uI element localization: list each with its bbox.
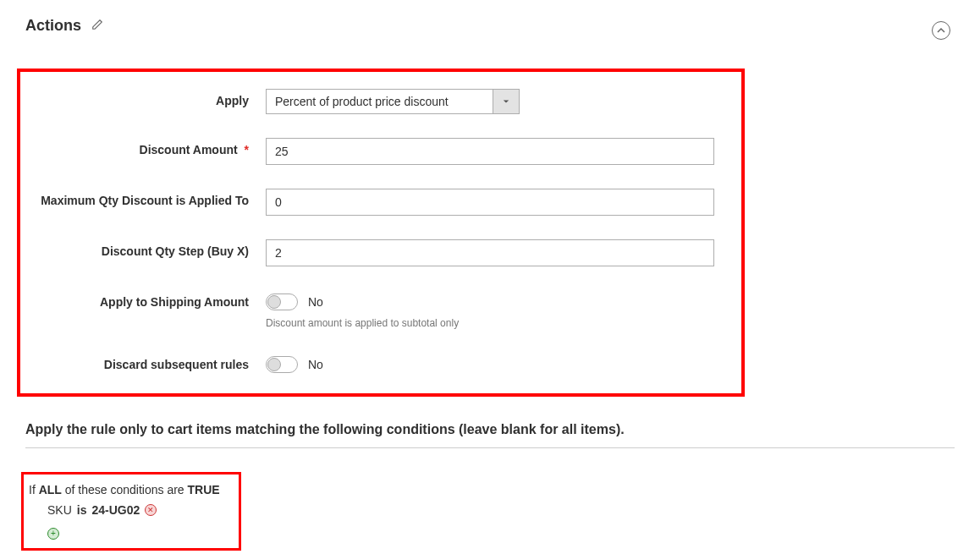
field-qty-step: Discount Qty Step (Buy X) <box>29 239 724 266</box>
actions-highlight-box: Apply Percent of product price discount … <box>17 69 745 397</box>
field-discard-rules: Discard subsequent rules No <box>29 353 724 373</box>
discard-rules-label: Discard subsequent rules <box>29 353 266 371</box>
discount-amount-label: Discount Amount * <box>29 138 266 156</box>
toggle-knob <box>267 295 281 309</box>
condition-root: If ALL of these conditions are TRUE <box>29 483 228 496</box>
qty-step-label: Discount Qty Step (Buy X) <box>29 239 266 258</box>
discount-amount-input[interactable] <box>266 138 714 165</box>
field-apply: Apply Percent of product price discount <box>29 89 724 114</box>
add-condition-icon[interactable]: + <box>47 528 59 540</box>
apply-select-value: Percent of product price discount <box>266 89 493 114</box>
apply-shipping-label: Apply to Shipping Amount <box>29 290 266 309</box>
apply-shipping-toggle[interactable] <box>266 293 298 310</box>
max-qty-input[interactable] <box>266 189 714 216</box>
edit-icon[interactable] <box>91 17 103 35</box>
cond-attribute[interactable]: SKU <box>47 503 72 517</box>
cond-prefix: If <box>29 483 39 496</box>
cond-mid: of these conditions are <box>62 483 188 496</box>
cond-value[interactable]: TRUE <box>188 483 220 496</box>
section-title: Actions <box>25 17 81 35</box>
max-qty-label: Maximum Qty Discount is Applied To <box>29 189 266 207</box>
cond-operator[interactable]: is <box>77 503 87 517</box>
field-max-qty: Maximum Qty Discount is Applied To <box>29 189 724 216</box>
required-asterisk: * <box>245 143 249 156</box>
collapse-toggle[interactable] <box>932 21 950 40</box>
conditions-highlight-box: If ALL of these conditions are TRUE SKU … <box>21 472 241 551</box>
qty-step-input[interactable] <box>266 239 714 266</box>
dropdown-arrow-icon[interactable] <box>493 89 520 114</box>
cond-item-value[interactable]: 24-UG02 <box>91 503 140 517</box>
discount-amount-label-text: Discount Amount <box>140 143 238 156</box>
apply-shipping-hint: Discount amount is applied to subtotal o… <box>266 317 714 329</box>
apply-label: Apply <box>29 89 266 107</box>
chevron-up-icon <box>937 26 945 35</box>
remove-condition-icon[interactable]: ✕ <box>145 504 157 516</box>
discard-rules-value: No <box>308 358 323 371</box>
apply-shipping-value: No <box>308 295 323 309</box>
apply-select[interactable]: Percent of product price discount <box>266 89 520 114</box>
toggle-knob <box>267 358 281 371</box>
condition-item: SKU is 24-UG02 ✕ <box>29 503 228 517</box>
field-discount-amount: Discount Amount * <box>29 138 724 165</box>
discard-rules-toggle[interactable] <box>266 356 298 373</box>
field-apply-shipping: Apply to Shipping Amount No Discount amo… <box>29 290 724 329</box>
section-header: Actions <box>25 17 955 35</box>
cond-aggregator[interactable]: ALL <box>39 483 62 496</box>
conditions-heading: Apply the rule only to cart items matchi… <box>25 422 955 448</box>
